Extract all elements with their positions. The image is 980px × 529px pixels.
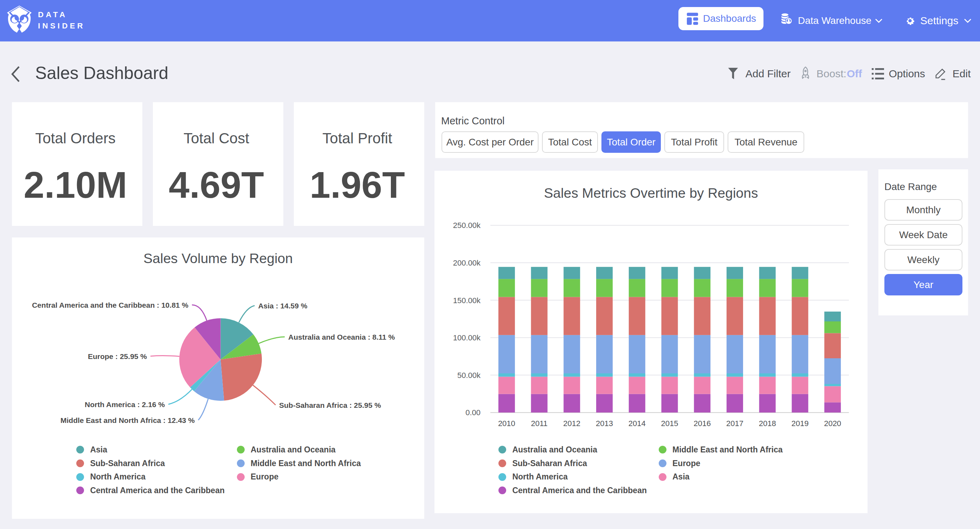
- svg-text:50.00k: 50.00k: [457, 371, 481, 380]
- svg-text:100.00k: 100.00k: [453, 334, 481, 342]
- svg-text:Asia : 14.59 %: Asia : 14.59 %: [258, 302, 307, 310]
- svg-text:150.00k: 150.00k: [453, 296, 481, 305]
- svg-text:2017: 2017: [726, 419, 743, 428]
- svg-text:Middle East and North Africa :: Middle East and North Africa : 12.43 %: [60, 416, 195, 424]
- svg-text:Sub-Saharan Africa : 25.95 %: Sub-Saharan Africa : 25.95 %: [279, 401, 381, 409]
- svg-text:Europe : 25.95 %: Europe : 25.95 %: [88, 352, 147, 361]
- svg-text:North America : 2.16 %: North America : 2.16 %: [85, 400, 165, 408]
- svg-text:250.00k: 250.00k: [453, 221, 481, 230]
- svg-text:2011: 2011: [531, 419, 547, 428]
- svg-text:Australia and Oceania : 8.11 %: Australia and Oceania : 8.11 %: [288, 333, 395, 341]
- svg-text:2018: 2018: [759, 419, 776, 428]
- svg-text:2014: 2014: [628, 419, 646, 428]
- svg-text:2015: 2015: [661, 419, 678, 428]
- svg-text:2012: 2012: [563, 419, 580, 428]
- svg-text:2013: 2013: [596, 419, 613, 428]
- svg-text:2010: 2010: [498, 419, 515, 428]
- svg-text:Central America and the Caribb: Central America and the Caribbean : 10.8…: [32, 301, 188, 309]
- svg-text:0.00: 0.00: [465, 408, 480, 417]
- svg-text:2020: 2020: [824, 419, 841, 428]
- svg-text:200.00k: 200.00k: [453, 259, 481, 267]
- svg-text:2019: 2019: [791, 419, 808, 428]
- svg-text:2016: 2016: [694, 419, 711, 428]
